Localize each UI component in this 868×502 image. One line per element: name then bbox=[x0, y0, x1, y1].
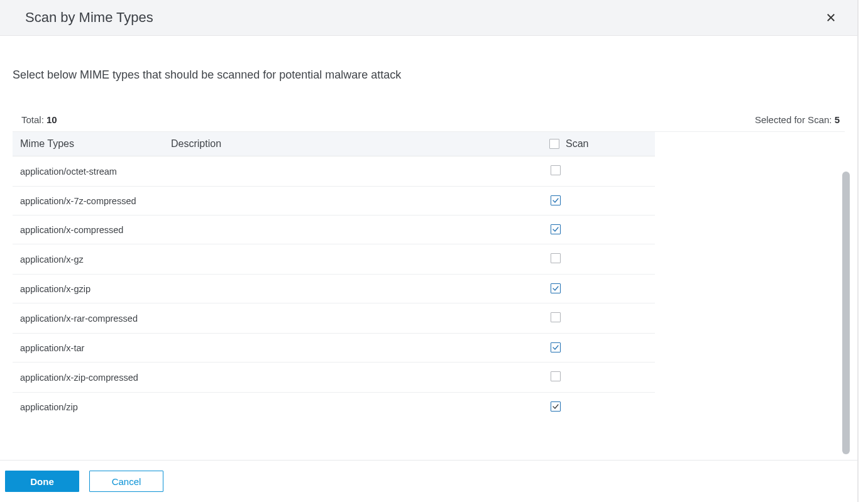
counts-row: Total: 10 Selected for Scan: 5 bbox=[13, 114, 845, 131]
cancel-button[interactable]: Cancel bbox=[89, 471, 163, 492]
col-header-description: Description bbox=[163, 132, 542, 156]
select-all-checkbox[interactable] bbox=[549, 139, 559, 149]
scan-checkbox[interactable] bbox=[551, 253, 561, 263]
description-cell bbox=[163, 393, 542, 422]
mime-table-wrap: Mime Types Description Scan application/… bbox=[13, 131, 845, 421]
description-cell bbox=[163, 363, 542, 393]
mime-type-cell: application/x-zip-compressed bbox=[13, 363, 163, 393]
description-cell bbox=[163, 156, 542, 187]
col-header-mime: Mime Types bbox=[13, 132, 163, 156]
scan-cell bbox=[542, 244, 655, 275]
instruction-text: Select below MIME types that should be s… bbox=[13, 68, 845, 82]
description-cell bbox=[163, 216, 542, 244]
selected-count: Selected for Scan: 5 bbox=[755, 114, 840, 125]
col-header-scan-label: Scan bbox=[566, 138, 588, 150]
selected-value: 5 bbox=[835, 114, 840, 125]
dialog-header: Scan by Mime Types bbox=[0, 0, 857, 36]
total-label: Total: bbox=[21, 114, 44, 125]
table-header-row: Mime Types Description Scan bbox=[13, 132, 655, 156]
done-button[interactable]: Done bbox=[5, 471, 79, 492]
mime-type-cell: application/x-gzip bbox=[13, 275, 163, 303]
scan-checkbox[interactable] bbox=[551, 371, 561, 381]
table-row: application/x-gzip bbox=[13, 275, 655, 303]
total-value: 10 bbox=[47, 114, 57, 125]
table-row: application/x-7z-compressed bbox=[13, 187, 655, 216]
scan-cell bbox=[542, 303, 655, 334]
mime-type-cell: application/octet-stream bbox=[13, 156, 163, 187]
mime-table: Mime Types Description Scan application/… bbox=[13, 132, 655, 421]
table-row: application/zip bbox=[13, 393, 655, 422]
table-row: application/octet-stream bbox=[13, 156, 655, 187]
scan-cell bbox=[542, 156, 655, 187]
description-cell bbox=[163, 275, 542, 303]
scan-checkbox[interactable] bbox=[551, 195, 561, 205]
selected-label: Selected for Scan: bbox=[755, 114, 832, 125]
table-row: application/x-compressed bbox=[13, 216, 655, 244]
mime-type-cell: application/zip bbox=[13, 393, 163, 422]
scan-checkbox[interactable] bbox=[551, 312, 561, 322]
dialog-body: Select below MIME types that should be s… bbox=[0, 36, 857, 460]
mime-type-cell: application/x-rar-compressed bbox=[13, 303, 163, 334]
description-cell bbox=[163, 334, 542, 363]
outer-separator bbox=[857, 0, 859, 502]
scan-checkbox[interactable] bbox=[551, 224, 561, 234]
mime-type-cell: application/x-compressed bbox=[13, 216, 163, 244]
mime-type-cell: application/x-7z-compressed bbox=[13, 187, 163, 216]
dialog-title: Scan by Mime Types bbox=[25, 9, 153, 26]
scan-cell bbox=[542, 275, 655, 303]
scrollbar-thumb[interactable] bbox=[842, 172, 850, 454]
table-row: application/x-zip-compressed bbox=[13, 363, 655, 393]
scan-mime-types-dialog: Scan by Mime Types Select below MIME typ… bbox=[0, 0, 857, 502]
scan-cell bbox=[542, 363, 655, 393]
col-header-scan: Scan bbox=[542, 132, 655, 156]
total-count: Total: 10 bbox=[21, 114, 57, 125]
table-row: application/x-gz bbox=[13, 244, 655, 275]
description-cell bbox=[163, 187, 542, 216]
mime-type-cell: application/x-gz bbox=[13, 244, 163, 275]
close-icon[interactable] bbox=[822, 9, 840, 26]
description-cell bbox=[163, 303, 542, 334]
scan-cell bbox=[542, 334, 655, 363]
scan-checkbox[interactable] bbox=[551, 165, 561, 175]
table-row: application/x-tar bbox=[13, 334, 655, 363]
scrollbar[interactable] bbox=[842, 172, 850, 454]
table-row: application/x-rar-compressed bbox=[13, 303, 655, 334]
mime-type-cell: application/x-tar bbox=[13, 334, 163, 363]
scan-cell bbox=[542, 216, 655, 244]
scan-cell bbox=[542, 187, 655, 216]
description-cell bbox=[163, 244, 542, 275]
scan-cell bbox=[542, 393, 655, 422]
scan-checkbox[interactable] bbox=[551, 401, 561, 412]
dialog-footer: Done Cancel bbox=[0, 460, 857, 502]
scan-checkbox[interactable] bbox=[551, 342, 561, 352]
scan-checkbox[interactable] bbox=[551, 283, 561, 293]
